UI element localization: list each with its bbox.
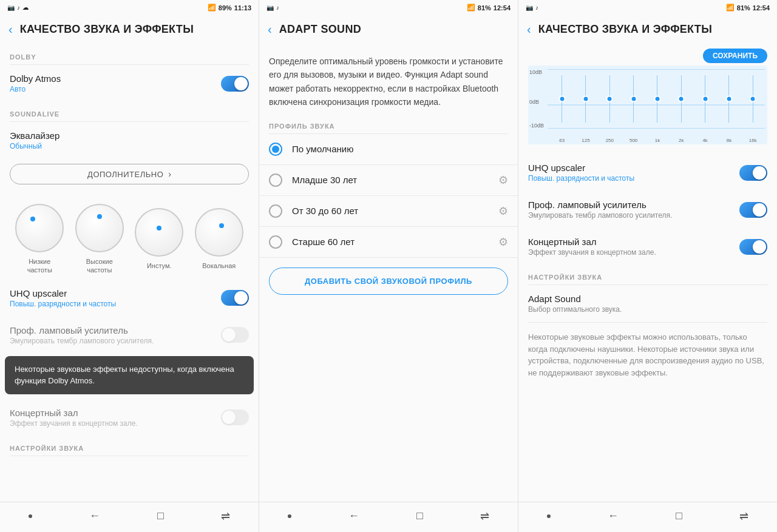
nav-back-3[interactable]: ←	[608, 510, 619, 522]
nav-recents-1[interactable]: ⇌	[221, 510, 230, 523]
low-freq-knob[interactable]	[15, 204, 64, 252]
radio-circle-under30	[269, 173, 282, 187]
uhq-item-3[interactable]: UHQ upscaler Повыш. разрядности и частот…	[518, 154, 777, 191]
gear-icon-under30[interactable]: ⚙	[498, 173, 508, 187]
dolby-atmos-subtitle: Авто	[10, 85, 221, 93]
nav-recents-2[interactable]: ⇌	[480, 510, 489, 523]
camera-icon-3: 📷	[526, 4, 533, 11]
high-freq-knob[interactable]	[75, 204, 124, 252]
uhq-item-1[interactable]: UHQ upscaler Повыш. разрядности и частот…	[0, 280, 259, 317]
adapt-sound-item-3[interactable]: Adapt Sound Выбор оптимального звука.	[518, 285, 777, 322]
koncert-item-1[interactable]: Концертный зал Эффект звучания в концерт…	[0, 399, 259, 436]
nav-home-2[interactable]: □	[416, 510, 423, 522]
page-content-2: Определите оптимальный уровень громкости…	[259, 45, 518, 502]
prof-lamp-item-1[interactable]: Проф. ламповый усилитель Эмулировать тем…	[0, 317, 259, 354]
nav-home-1[interactable]: □	[157, 510, 164, 522]
music-icon-3: ♪	[535, 4, 538, 11]
profile-30to60[interactable]: От 30 до 60 лет ⚙	[259, 196, 518, 226]
low-freq-label: Низкиечастоты	[27, 257, 52, 275]
nav-recents-3[interactable]: ⇌	[739, 510, 748, 523]
eq-bars-container	[550, 69, 765, 129]
eq-dot-8k[interactable]	[725, 95, 732, 102]
nav-dot-1[interactable]	[29, 514, 32, 518]
uhq-title-3: UHQ upscaler	[528, 163, 739, 173]
instrument-knob[interactable]	[135, 208, 183, 257]
adapt-sound-description: Определите оптимальный уровень громкости…	[259, 45, 518, 114]
high-freq-label: Высокиечастоты	[86, 257, 113, 275]
uhq-left-1: UHQ upscaler Повыш. разрядности и частот…	[10, 288, 221, 308]
sound-settings-label-1: НАСТРОЙКИ ЗВУКА	[0, 436, 259, 456]
add-profile-button[interactable]: ДОБАВИТЬ СВОЙ ЗВУКОВОЙ ПРОФИЛЬ	[269, 268, 508, 295]
status-left-2: 📷 ♪	[266, 4, 279, 11]
gear-icon-over60[interactable]: ⚙	[498, 235, 508, 249]
eq-x-label-16k: 16k	[741, 138, 765, 143]
eq-label-top: 10dB	[529, 69, 542, 75]
screens-container: 📷 ♪ ☁ 📶 89% 11:13 ‹ КАЧЕСТВО ЗВУКА И ЭФФ…	[0, 0, 777, 532]
music-icon-1: ♪	[17, 4, 20, 11]
eq-dot-250[interactable]	[606, 95, 613, 102]
battery-2: 81%	[478, 4, 491, 12]
status-bar-1: 📷 ♪ ☁ 📶 89% 11:13	[0, 0, 259, 15]
vocal-knob[interactable]	[195, 208, 243, 257]
signal-icon-2: 📶	[467, 4, 475, 12]
eq-dot-63[interactable]	[558, 95, 565, 102]
page-content-3: СОХРАНИТЬ 10dB 0dB -10dB 631252505001k2k…	[518, 45, 777, 502]
profile-over60[interactable]: Старше 60 лет ⚙	[259, 227, 518, 257]
dolby-atmos-item[interactable]: Dolby Atmos Авто	[0, 65, 259, 102]
eq-dot-500[interactable]	[630, 95, 637, 102]
status-left-1: 📷 ♪ ☁	[7, 4, 29, 11]
eq-bar-1k	[645, 69, 669, 129]
koncert-toggle-1[interactable]	[221, 409, 249, 425]
equalizer-item[interactable]: Эквалайзер Обычный	[0, 122, 259, 159]
instrument-label: Инстум.	[147, 261, 172, 270]
profile-under30[interactable]: Младше 30 лет ⚙	[259, 165, 518, 195]
eq-dot-16k[interactable]	[750, 95, 756, 102]
adapt-sound-left-3: Adapt Sound Выбор оптимального звука.	[528, 294, 767, 314]
knob-instrument: Инстум.	[135, 208, 183, 270]
uhq-toggle-knob-3	[753, 166, 766, 180]
back-button-3[interactable]: ‹	[524, 20, 534, 39]
koncert-left-3: Концертный зал Эффект звучания в концерт…	[528, 237, 739, 257]
save-button[interactable]: СОХРАНИТЬ	[703, 49, 767, 63]
add-profile-button-text: ДОБАВИТЬ СВОЙ ЗВУКОВОЙ ПРОФИЛЬ	[305, 277, 472, 286]
dolby-atmos-toggle[interactable]	[221, 76, 249, 92]
status-right-3: 📶 81% 12:54	[726, 4, 770, 12]
nav-back-2[interactable]: ←	[348, 510, 359, 522]
status-right-1: 📶 89% 11:13	[208, 4, 251, 12]
uhq-subtitle-3: Повыш. разрядности и частоты	[528, 174, 739, 183]
eq-label-mid: 0dB	[529, 99, 539, 105]
nav-home-3[interactable]: □	[676, 510, 682, 522]
profile-over60-text: Старше 60 лет	[292, 237, 489, 247]
nav-dot-2[interactable]	[288, 514, 291, 518]
nav-dot-3[interactable]	[547, 514, 551, 518]
prof-lamp-toggle-1[interactable]	[221, 327, 249, 343]
nav-back-1[interactable]: ←	[89, 510, 100, 522]
profile-30to60-text: От 30 до 60 лет	[292, 206, 489, 216]
prof-lamp-item-3[interactable]: Проф. ламповый усилитель Эмулировать тем…	[518, 191, 777, 228]
eq-dot-4k[interactable]	[702, 95, 708, 102]
back-button-1[interactable]: ‹	[6, 20, 15, 39]
prof-lamp-toggle-3[interactable]	[739, 202, 767, 218]
uhq-toggle-3[interactable]	[739, 165, 767, 181]
eq-dot-125[interactable]	[582, 95, 589, 102]
footer-note-3: Некоторые звуковые эффекты можно использ…	[518, 323, 777, 387]
uhq-title-1: UHQ upscaler	[10, 288, 221, 298]
gear-icon-30to60[interactable]: ⚙	[498, 204, 508, 218]
camera-icon-1: 📷	[7, 4, 15, 11]
prof-lamp-subtitle-3: Эмулировать тембр лампового усилителя.	[528, 211, 739, 220]
additional-button[interactable]: ДОПОЛНИТЕЛЬНО ›	[10, 164, 249, 184]
back-button-2[interactable]: ‹	[265, 20, 274, 39]
vocal-dot	[219, 223, 224, 228]
dolby-atmos-toggle-knob	[234, 77, 248, 90]
uhq-toggle-knob-1	[234, 291, 248, 305]
profile-default-text: По умолчанию	[292, 144, 508, 154]
additional-button-text: ДОПОЛНИТЕЛЬНО	[87, 170, 163, 179]
profile-default[interactable]: По умолчанию	[259, 134, 518, 164]
status-bar-3: 📷 ♪ 📶 81% 12:54	[518, 0, 777, 15]
uhq-toggle-1[interactable]	[221, 290, 249, 306]
eq-dot-2k[interactable]	[678, 95, 685, 102]
koncert-item-3[interactable]: Концертный зал Эффект звучания в концерт…	[518, 228, 777, 265]
profile-div-3	[259, 257, 518, 258]
koncert-toggle-3[interactable]	[739, 239, 767, 255]
eq-dot-1k[interactable]	[654, 95, 660, 102]
